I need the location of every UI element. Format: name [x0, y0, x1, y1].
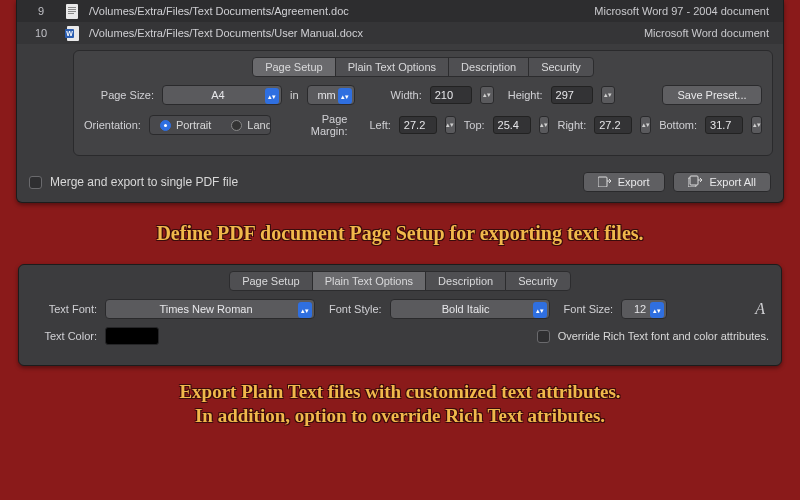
- unit-popup[interactable]: mm ▴▾: [307, 85, 355, 105]
- font-row: Text Font: Times New Roman ▴▾ Font Style…: [31, 299, 769, 319]
- font-size-label: Font Size:: [564, 303, 614, 315]
- docx-icon: W: [65, 25, 79, 41]
- tabs: Page Setup Plain Text Options Descriptio…: [84, 57, 762, 77]
- save-preset-button[interactable]: Save Preset...: [662, 85, 762, 105]
- margin-left-label: Left:: [369, 119, 390, 131]
- orientation-portrait-label: Portrait: [176, 119, 211, 131]
- margin-bottom-stepper[interactable]: ▴▾: [751, 116, 762, 134]
- margin-left-stepper[interactable]: ▴▾: [445, 116, 456, 134]
- export-icon: [598, 175, 612, 189]
- export-button[interactable]: Export: [583, 172, 665, 192]
- updown-icon: ▴▾: [338, 88, 352, 104]
- page-size-value: A4: [211, 89, 224, 101]
- svg-rect-1: [68, 7, 76, 8]
- file-path: /Volumes/Extra/Files/Text Documents/User…: [87, 27, 573, 39]
- export-all-icon: [688, 175, 704, 189]
- text-font-value: Times New Roman: [159, 303, 252, 315]
- page-size-label: Page Size:: [84, 89, 154, 101]
- font-size-popup[interactable]: 12 ▴▾: [621, 299, 667, 319]
- merge-checkbox[interactable]: [29, 176, 42, 189]
- width-label: Width:: [391, 89, 422, 101]
- svg-rect-3: [68, 11, 76, 12]
- merge-label: Merge and export to single PDF file: [50, 175, 238, 189]
- export-label: Export: [618, 176, 650, 188]
- margin-top-label: Top:: [464, 119, 485, 131]
- text-font-label: Text Font:: [31, 303, 97, 315]
- file-row[interactable]: 10 W /Volumes/Extra/Files/Text Documents…: [17, 22, 783, 44]
- orientation-group: Portrait Landscape: [149, 115, 271, 135]
- orientation-row: Orientation: Portrait Landscape Page Mar…: [84, 113, 762, 137]
- tab-description[interactable]: Description: [425, 271, 506, 291]
- updown-icon: ▴▾: [650, 302, 664, 318]
- margin-bottom-input[interactable]: [705, 116, 743, 134]
- plain-text-panel: Page Setup Plain Text Options Descriptio…: [18, 264, 782, 366]
- unit-value: mm: [317, 89, 335, 101]
- margin-right-input[interactable]: [594, 116, 632, 134]
- svg-text:W: W: [66, 30, 73, 37]
- text-font-popup[interactable]: Times New Roman ▴▾: [105, 299, 315, 319]
- caption-plain-text: Export Plain Text files with customized …: [0, 380, 800, 428]
- updown-icon: ▴▾: [265, 88, 279, 104]
- radio-icon: [231, 120, 242, 131]
- file-index: 10: [17, 27, 65, 39]
- export-all-button[interactable]: Export All: [673, 172, 771, 192]
- file-path: /Volumes/Extra/Files/Text Documents/Agre…: [87, 5, 573, 17]
- tab-page-setup[interactable]: Page Setup: [252, 57, 336, 77]
- tab-description[interactable]: Description: [448, 57, 529, 77]
- svg-rect-10: [690, 176, 698, 185]
- export-all-label: Export All: [710, 176, 756, 188]
- updown-icon: ▴▾: [533, 302, 547, 318]
- margin-top-stepper[interactable]: ▴▾: [539, 116, 550, 134]
- unit-in-label: in: [290, 89, 299, 101]
- tab-plain-text[interactable]: Plain Text Options: [335, 57, 449, 77]
- height-label: Height:: [508, 89, 543, 101]
- orientation-landscape[interactable]: Landscape: [221, 116, 271, 134]
- file-row[interactable]: 9 /Volumes/Extra/Files/Text Documents/Ag…: [17, 0, 783, 22]
- page-size-popup[interactable]: A4 ▴▾: [162, 85, 282, 105]
- doc-icon: [65, 3, 79, 19]
- font-style-value: Bold Italic: [442, 303, 490, 315]
- text-color-label: Text Color:: [31, 330, 97, 342]
- svg-rect-4: [68, 13, 74, 14]
- tabs: Page Setup Plain Text Options Descriptio…: [31, 271, 769, 291]
- margin-top-input[interactable]: [493, 116, 531, 134]
- color-row: Text Color: Override Rich Text font and …: [31, 327, 769, 345]
- page-size-row: Page Size: A4 ▴▾ in mm ▴▾ Width: ▴▾ Heig…: [84, 85, 762, 105]
- font-panel-icon[interactable]: A: [751, 300, 769, 318]
- text-color-swatch[interactable]: [105, 327, 159, 345]
- file-type: Microsoft Word document: [573, 27, 783, 39]
- export-bar: Merge and export to single PDF file Expo…: [17, 164, 783, 202]
- svg-rect-8: [598, 177, 607, 187]
- override-checkbox[interactable]: [537, 330, 550, 343]
- caption-line: In addition, option to override Rich Tex…: [0, 404, 800, 428]
- orientation-portrait[interactable]: Portrait: [150, 116, 221, 134]
- font-style-popup[interactable]: Bold Italic ▴▾: [390, 299, 550, 319]
- orientation-label: Orientation:: [84, 119, 141, 131]
- orientation-landscape-label: Landscape: [247, 119, 271, 131]
- height-input[interactable]: [551, 86, 593, 104]
- svg-rect-2: [68, 9, 76, 10]
- page-margin-label: Page Margin:: [299, 113, 348, 137]
- file-type: Microsoft Word 97 - 2004 document: [573, 5, 783, 17]
- tab-security[interactable]: Security: [505, 271, 571, 291]
- height-stepper[interactable]: ▴▾: [601, 86, 615, 104]
- caption-line: Export Plain Text files with customized …: [0, 380, 800, 404]
- page-setup-area: Page Setup Plain Text Options Descriptio…: [73, 50, 773, 156]
- tab-page-setup[interactable]: Page Setup: [229, 271, 313, 291]
- margin-right-stepper[interactable]: ▴▾: [640, 116, 651, 134]
- font-style-label: Font Style:: [329, 303, 382, 315]
- updown-icon: ▴▾: [298, 302, 312, 318]
- radio-selected-icon: [160, 120, 171, 131]
- tab-security[interactable]: Security: [528, 57, 594, 77]
- width-stepper[interactable]: ▴▾: [480, 86, 494, 104]
- file-index: 9: [17, 5, 65, 17]
- override-label: Override Rich Text font and color attrib…: [558, 330, 769, 342]
- margin-left-input[interactable]: [399, 116, 437, 134]
- width-input[interactable]: [430, 86, 472, 104]
- font-size-value: 12: [634, 303, 646, 315]
- caption-page-setup: Define PDF document Page Setup for expor…: [0, 221, 800, 246]
- page-setup-panel: 9 /Volumes/Extra/Files/Text Documents/Ag…: [16, 0, 784, 203]
- tab-plain-text[interactable]: Plain Text Options: [312, 271, 426, 291]
- margin-right-label: Right:: [557, 119, 586, 131]
- margin-bottom-label: Bottom:: [659, 119, 697, 131]
